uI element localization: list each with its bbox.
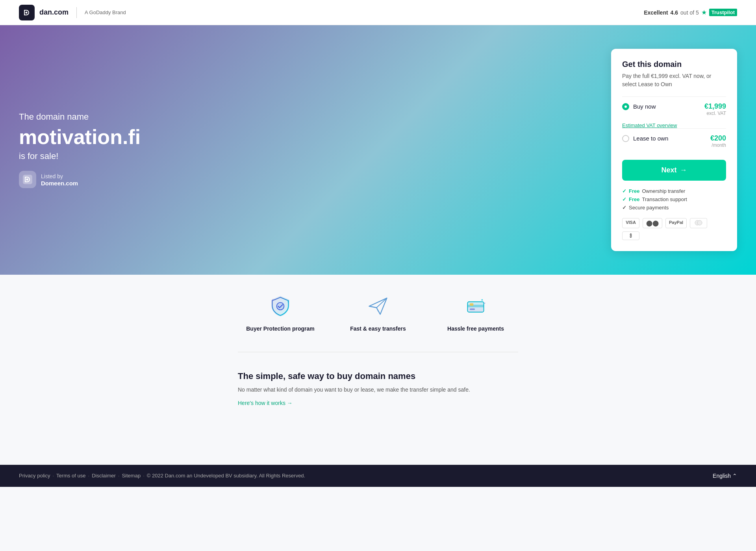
trustpilot-stars: ★ — [701, 9, 707, 16]
transfer-icon — [690, 218, 707, 228]
seller-icon — [19, 171, 36, 188]
lease-price: €200 — [710, 134, 726, 142]
next-button[interactable]: Next → — [622, 160, 726, 181]
trustpilot-score: 4.6 — [671, 9, 678, 16]
lease-radio[interactable] — [622, 135, 629, 142]
card-subtitle: Pay the full €1,999 excl. VAT now, or se… — [622, 72, 726, 89]
how-link-arrow: → — [287, 400, 293, 406]
lang-arrow-icon: ⌃ — [732, 473, 737, 479]
lease-left: Lease to own — [622, 134, 668, 142]
lease-option[interactable]: Lease to own €200 /month — [622, 128, 726, 153]
vat-overview-link[interactable]: Estimated VAT overview — [622, 122, 726, 128]
buy-now-option[interactable]: Buy now €1,999 excl. VAT — [622, 96, 726, 122]
plane-feature-icon — [365, 294, 391, 319]
lease-price-block: €200 /month — [710, 134, 726, 148]
how-link-text: Here's how it works — [238, 400, 285, 406]
info-title: The simple, safe way to buy domain names — [238, 371, 518, 381]
next-label: Next — [661, 166, 676, 174]
main-content: ✦ ✦ Buyer Protection program Fast & easy… — [228, 275, 528, 425]
buy-now-label: Buy now — [633, 103, 656, 110]
feature-secure: ✓ Secure payments — [622, 203, 726, 212]
buyer-protection-label: Buyer Protection program — [238, 325, 323, 333]
card-title: Get this domain — [622, 60, 726, 69]
hero-forsale: is for sale! — [19, 151, 141, 161]
logo-text: dan.com — [39, 8, 69, 17]
feature-1-text: Ownership transfer — [642, 188, 685, 194]
bitcoin-icon: ₿ — [622, 231, 639, 240]
hero-domain: motivation.fi — [19, 125, 141, 149]
feature-hassle-free: ✦ ✦ Hassle free payments — [433, 294, 518, 333]
hero-text: The domain name motivation.fi is for sal… — [19, 112, 141, 188]
svg-text:✦: ✦ — [287, 301, 289, 303]
check-icon-2: ✓ — [622, 196, 626, 202]
info-section: The simple, safe way to buy domain names… — [238, 371, 518, 407]
hassle-free-label: Hassle free payments — [433, 325, 518, 333]
trustpilot-label: Excellent — [644, 9, 668, 16]
buy-now-radio[interactable] — [622, 103, 629, 110]
hero-section: The domain name motivation.fi is for sal… — [0, 25, 756, 275]
listed-text-block: Listed by Domeen.com — [41, 173, 78, 187]
listed-by-label: Listed by Domeen.com — [41, 173, 78, 187]
how-it-works-link[interactable]: Here's how it works → — [238, 400, 293, 406]
svg-point-5 — [697, 220, 702, 225]
svg-rect-13 — [470, 309, 475, 310]
language-selector[interactable]: English ⌃ — [713, 473, 737, 479]
sitemap-link[interactable]: Sitemap — [122, 473, 141, 479]
trustpilot-logo[interactable]: Trustpilot — [709, 9, 737, 16]
card-features-list: ✓ Free Ownership transfer ✓ Free Transac… — [622, 187, 726, 212]
lease-label: Lease to own — [633, 135, 668, 142]
next-arrow: → — [680, 166, 687, 174]
privacy-link[interactable]: Privacy policy — [19, 473, 50, 479]
copyright-text: © 2022 Dan.com an Undeveloped BV subsidi… — [147, 473, 305, 479]
svg-text:✦: ✦ — [481, 298, 484, 302]
header-logo-area: dan.com A GoDaddy Brand — [19, 5, 126, 20]
trustpilot-of: out of 5 — [680, 9, 699, 16]
purchase-card: Get this domain Pay the full €1,999 excl… — [611, 49, 737, 251]
buy-now-left: Buy now — [622, 102, 656, 110]
features-section: ✦ ✦ Buyer Protection program Fast & easy… — [238, 294, 518, 352]
mastercard-icon: ⬤⬤ — [643, 218, 662, 228]
seller-name: Domeen.com — [41, 180, 78, 187]
feature-buyer-protection: ✦ ✦ Buyer Protection program — [238, 294, 323, 333]
feature-2-free: Free — [629, 196, 639, 202]
buy-now-price-block: €1,999 excl. VAT — [704, 102, 726, 116]
svg-point-3 — [26, 179, 28, 181]
svg-point-1 — [26, 11, 28, 13]
fast-transfers-label: Fast & easy transfers — [335, 325, 421, 333]
footer-links: Privacy policy · Terms of use · Disclaim… — [19, 473, 305, 479]
check-icon-3: ✓ — [622, 205, 626, 211]
site-header: dan.com A GoDaddy Brand Excellent 4.6 ou… — [0, 0, 756, 25]
feature-2-text: Transaction support — [642, 196, 687, 202]
paypal-icon: PayPal — [665, 218, 687, 228]
shield-feature-icon: ✦ ✦ — [268, 294, 293, 319]
buy-now-price: €1,999 — [704, 102, 726, 111]
svg-text:✦: ✦ — [484, 302, 485, 304]
card-feature-icon: ✦ ✦ — [463, 294, 488, 319]
info-description: No matter what kind of domain you want t… — [238, 385, 518, 394]
trustpilot-area: Excellent 4.6 out of 5 ★ Trustpilot — [644, 9, 737, 16]
feature-easy-transfers: Fast & easy transfers — [335, 294, 421, 333]
feature-3-text: Secure payments — [629, 205, 669, 211]
site-footer: Privacy policy · Terms of use · Disclaim… — [0, 465, 756, 487]
language-label: English — [713, 473, 731, 479]
feature-1-free: Free — [629, 188, 639, 194]
payment-icons-row: VISA ⬤⬤ PayPal ₿ — [622, 218, 726, 240]
hero-listed-by: Listed by Domeen.com — [19, 171, 141, 188]
terms-link[interactable]: Terms of use — [56, 473, 85, 479]
svg-text:✦: ✦ — [272, 298, 274, 302]
buy-now-excl: excl. VAT — [704, 111, 726, 116]
godaddy-brand: A GoDaddy Brand — [85, 9, 126, 15]
hero-subtitle: The domain name — [19, 112, 141, 122]
check-icon-1: ✓ — [622, 188, 626, 194]
dan-logo-icon[interactable] — [19, 5, 35, 20]
lease-per: /month — [710, 142, 726, 148]
visa-icon: VISA — [622, 218, 639, 228]
header-divider — [76, 7, 77, 18]
feature-transaction: ✓ Free Transaction support — [622, 195, 726, 203]
svg-rect-14 — [470, 303, 473, 306]
disclaimer-link[interactable]: Disclaimer — [92, 473, 116, 479]
feature-ownership: ✓ Free Ownership transfer — [622, 187, 726, 195]
